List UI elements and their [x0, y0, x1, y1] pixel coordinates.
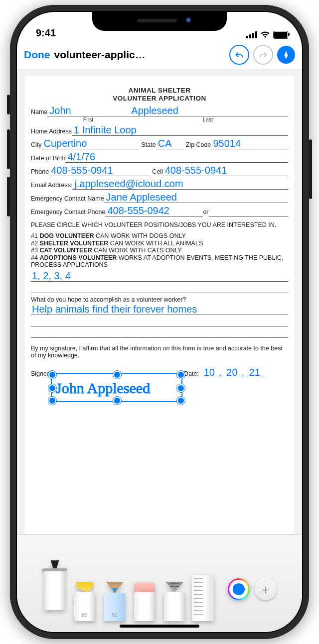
tool-pen[interactable]: [42, 560, 67, 610]
undo-icon: [234, 50, 244, 60]
phone-frame: 9:41 Done volunteer-applic…: [10, 5, 309, 639]
tool-ruler[interactable]: [192, 575, 214, 621]
marker-size-label: 80: [74, 613, 95, 618]
field-cell[interactable]: 408-555-0941: [163, 165, 288, 176]
eraser-icon: [134, 582, 155, 592]
option-4: #4 ADOPTIONS VOLUNTEER WORKS AT ADOPTION…: [31, 254, 288, 269]
add-annotation-button[interactable]: ＋: [255, 578, 277, 600]
status-time: 9:41: [36, 27, 56, 39]
row-phones: Phone 408-555-0941 Cell 408-555-0941: [31, 165, 288, 176]
tool-marker[interactable]: 80: [72, 582, 97, 621]
row-address: Home Address 1 Infinite Loop: [31, 124, 288, 136]
home-indicator[interactable]: [120, 625, 199, 628]
mute-switch: [7, 95, 10, 114]
markup-pen-icon: [281, 50, 291, 60]
form-title-1: ANIMAL SHELTER: [31, 87, 288, 95]
blank-line-2[interactable]: [31, 315, 288, 326]
label-city: City: [31, 141, 42, 149]
pencil-icon: [104, 582, 125, 593]
battery-icon: [273, 31, 288, 39]
field-address[interactable]: 1 Infinite Loop: [72, 124, 288, 136]
field-emerg-phone[interactable]: 408-555-0942: [105, 205, 203, 216]
field-zip[interactable]: 95014: [211, 138, 288, 149]
redo-button: [253, 45, 273, 65]
row-city-state-zip: City Cupertino State CA Zip Code 95014: [31, 138, 288, 149]
sublabel-last: Last: [128, 116, 288, 122]
tool-eraser[interactable]: [132, 582, 157, 621]
field-date-y[interactable]: 21: [244, 367, 264, 378]
sublabel-first: First: [49, 116, 128, 122]
affirmation-text: By my signature, I affirm that all the i…: [31, 345, 288, 359]
label-emerg-name: Emergency Contact Name: [31, 195, 104, 203]
row-name: Name John Appleseed: [31, 105, 288, 116]
label-cell: Cell: [149, 168, 163, 176]
field-emerg-name[interactable]: Jane Appleseed: [104, 192, 288, 203]
label-address: Home Address: [31, 128, 72, 136]
resize-handle-br[interactable]: [177, 397, 185, 405]
lasso-icon: [164, 582, 185, 592]
field-first-name[interactable]: John: [47, 105, 129, 116]
notch: [92, 12, 227, 31]
blank-line-3[interactable]: [31, 326, 288, 338]
resize-handle-bm[interactable]: [113, 397, 121, 405]
field-last-name[interactable]: Appleseed: [129, 105, 288, 116]
option-1: #1 DOG VOLUNTEER CAN WORK WITH DOGS ONLY: [31, 232, 288, 239]
side-button: [309, 139, 312, 199]
markup-palette: 80 50: [17, 534, 302, 632]
done-button[interactable]: Done: [24, 49, 50, 61]
document-title: volunteer-applic…: [54, 49, 146, 61]
resize-handle-tl[interactable]: [48, 371, 56, 379]
color-picker-button[interactable]: [228, 578, 250, 600]
pdf-page[interactable]: ANIMAL SHELTER VOLUNTEER APPLICATION Nam…: [25, 76, 294, 554]
blank-line-1[interactable]: [31, 282, 288, 293]
field-dob[interactable]: 4/1/76: [65, 151, 288, 163]
row-emerg-phone: Emergency Contact Phone 408-555-0942 or: [31, 205, 288, 216]
redo-icon: [258, 50, 268, 60]
field-goal[interactable]: Help animals find their forever homes: [31, 304, 288, 315]
plus-icon: ＋: [259, 581, 272, 598]
resize-handle-mr[interactable]: [177, 384, 185, 392]
row-dob: Date of Birth 4/1/76: [31, 151, 288, 163]
field-date-m[interactable]: 10: [199, 367, 219, 378]
resize-handle-tr[interactable]: [177, 371, 185, 379]
resize-handle-ml[interactable]: [48, 384, 56, 392]
cellular-icon: [246, 31, 257, 38]
field-date-d[interactable]: 20: [221, 367, 241, 378]
signature-annotation[interactable]: John Appleseed: [51, 373, 182, 402]
tool-lasso[interactable]: [162, 582, 187, 621]
form-title-2: VOLUNTEER APPLICATION: [31, 95, 288, 103]
current-color-swatch: [233, 583, 245, 595]
nav-bar: Done volunteer-applic…: [17, 41, 302, 69]
resize-handle-tm[interactable]: [113, 371, 121, 379]
field-phone[interactable]: 408-555-0941: [49, 165, 149, 176]
field-email[interactable]: j.appleseed@icloud.com: [72, 178, 288, 190]
label-date: Date:: [183, 370, 199, 378]
tool-pencil[interactable]: 50: [102, 582, 127, 621]
label-name: Name: [31, 108, 47, 116]
marker-icon: [74, 582, 95, 592]
volume-down-button: [7, 177, 10, 216]
markup-toggle-button[interactable]: [277, 46, 295, 64]
wifi-icon: [260, 31, 270, 38]
document-viewport[interactable]: ANIMAL SHELTER VOLUNTEER APPLICATION Nam…: [17, 69, 302, 632]
resize-handle-bl[interactable]: [48, 397, 56, 405]
volume-up-button: [7, 129, 10, 169]
row-emerg-name: Emergency Contact Name Jane Appleseed: [31, 192, 288, 203]
option-3: #3 CAT VOLUNTEER CAN WORK WITH CATS ONLY: [31, 247, 288, 254]
svg-text:John Appleseed: John Appleseed: [56, 380, 150, 396]
label-or: or: [203, 209, 208, 216]
label-email: Email Address:: [31, 182, 72, 190]
undo-button[interactable]: [229, 45, 249, 65]
label-state: State: [140, 141, 156, 149]
field-emerg-phone-alt[interactable]: [209, 216, 288, 216]
goal-prompt: What do you hope to accomplish as a volu…: [31, 296, 288, 303]
pencil-size-label: 50: [104, 613, 125, 618]
label-dob: Date of Birth: [31, 155, 65, 163]
positions-prompt: PLEASE CIRCLE WHICH VOLUNTEER POSITIONS/…: [31, 221, 288, 228]
label-phone: Phone: [31, 168, 49, 176]
field-positions-choice[interactable]: 1, 2, 3, 4: [31, 270, 288, 282]
field-city[interactable]: Cupertino: [42, 138, 140, 149]
option-2: #2 SHELTER VOLUNTEER CAN WORK WITH ALL A…: [31, 240, 288, 247]
row-email: Email Address: j.appleseed@icloud.com: [31, 178, 288, 190]
field-state[interactable]: CA: [156, 138, 184, 149]
